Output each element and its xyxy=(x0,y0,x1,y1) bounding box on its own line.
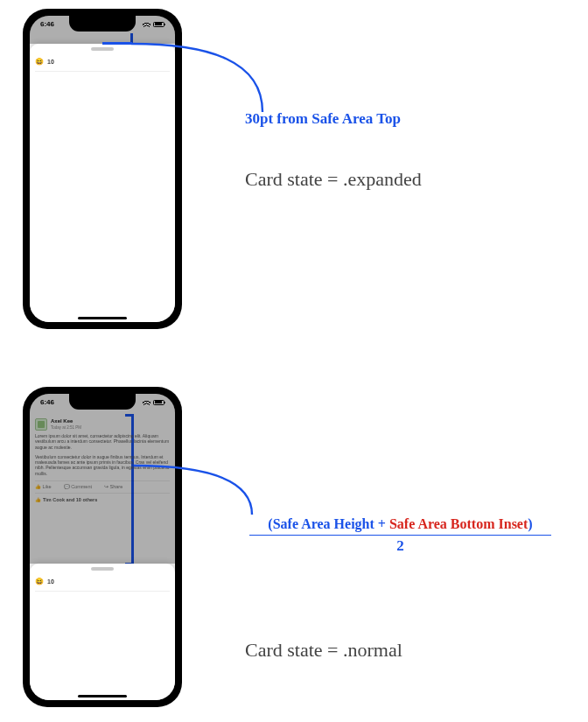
grabber-handle[interactable] xyxy=(91,567,114,571)
laugh-emoji-icon: 😆 xyxy=(35,58,44,66)
status-indicators xyxy=(143,21,164,27)
home-indicator xyxy=(78,317,127,319)
dimmed-background xyxy=(30,394,175,564)
formula-numerator: (Safe Area Height + Safe Area Bottom Ins… xyxy=(245,516,556,532)
phone-screen: 6:46 😆 10 xyxy=(30,16,175,322)
diagram-expanded: 6:46 😆 10 xyxy=(23,9,182,329)
diagram-normal: 6:46 Axel Kee Today at 2:51 PM Lorem ips… xyxy=(23,387,182,707)
annotation-formula: (Safe Area Height + Safe Area Bottom Ins… xyxy=(245,516,556,555)
formula-denominator: 2 xyxy=(245,537,556,555)
home-indicator xyxy=(78,695,127,697)
battery-icon xyxy=(153,400,164,405)
status-indicators xyxy=(143,399,164,405)
laugh-emoji-icon: 😆 xyxy=(35,578,44,585)
bottom-sheet-card[interactable]: 😆 10 xyxy=(30,564,175,700)
notch xyxy=(69,16,136,32)
battery-icon xyxy=(153,22,164,27)
bottom-sheet-card[interactable]: 😆 10 xyxy=(30,44,175,322)
phone-frame: 6:46 😆 10 xyxy=(23,9,182,329)
reaction-row: 😆 10 xyxy=(35,54,170,72)
wifi-icon xyxy=(143,399,150,405)
reaction-count: 10 xyxy=(47,578,54,585)
annotation-state-expanded: Card state = .expanded xyxy=(245,168,422,191)
notch xyxy=(69,394,136,410)
wifi-icon xyxy=(143,21,150,27)
grabber-handle[interactable] xyxy=(91,47,114,51)
phone-screen: 6:46 Axel Kee Today at 2:51 PM Lorem ips… xyxy=(30,394,175,700)
annotation-30pt: 30pt from Safe Area Top xyxy=(245,110,401,128)
phone-frame: 6:46 Axel Kee Today at 2:51 PM Lorem ips… xyxy=(23,387,182,707)
status-time: 6:46 xyxy=(40,20,54,28)
measurement-line-horizontal xyxy=(102,42,132,45)
status-time: 6:46 xyxy=(40,398,54,406)
annotation-state-normal: Card state = .normal xyxy=(245,639,402,662)
reaction-count: 10 xyxy=(47,59,54,65)
reaction-row: 😆 10 xyxy=(35,574,170,592)
fraction-bar xyxy=(249,535,551,536)
